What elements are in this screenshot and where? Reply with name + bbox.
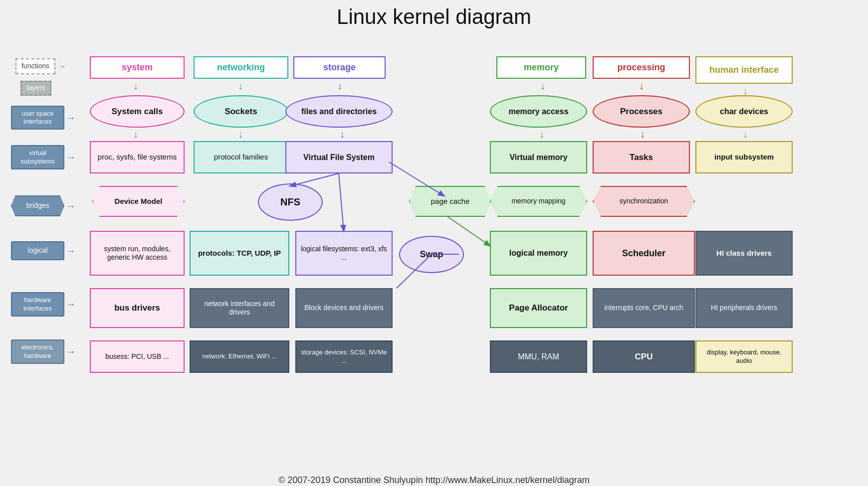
node-device-model: Device Model <box>92 186 185 217</box>
arrow-memory-down2: ↓ <box>537 129 547 140</box>
node-nfs: NFS <box>258 183 323 221</box>
svg-line-1 <box>339 173 344 231</box>
label-user-space: user space interfaces → <box>11 105 76 130</box>
node-tasks: Tasks <box>593 141 690 173</box>
node-hi-class-drivers: HI class drivers <box>695 231 793 276</box>
node-char-devices: char devices <box>695 95 793 128</box>
label-virtual-subsystems: virtual subsystems → <box>11 144 76 171</box>
node-virtual-fs: Virtual File System <box>285 141 393 173</box>
node-virtual-memory: Virtual memory <box>490 141 587 173</box>
node-cpu: CPU <box>593 340 695 373</box>
label-bridges: bridges → <box>11 193 76 218</box>
arrow-system-down: ↓ <box>131 80 141 92</box>
node-interrupts-core: interrupts core, CPU arch <box>593 288 695 328</box>
node-memory-access: memory access <box>490 95 587 128</box>
node-synchronization: synchronization <box>593 186 695 217</box>
copyright-text: © 2007-2019 Constantine Shulyupin http:/… <box>5 475 863 486</box>
cat-system: system <box>90 56 185 79</box>
node-input-subsystem: input subsystem <box>695 141 793 173</box>
cat-processing: processing <box>593 56 690 79</box>
node-memory-mapping: memory mapping <box>490 186 587 217</box>
arrow-processes-down: ↓ <box>638 129 648 140</box>
node-mmu-ram: MMU, RAM <box>490 340 587 373</box>
label-logical: logical → <box>11 238 76 263</box>
cat-storage: storage <box>293 56 386 79</box>
label-functions: functions → <box>11 57 71 75</box>
node-display-keyboard: display, keyboard, mouse, audio <box>695 340 793 373</box>
node-processes: Processes <box>593 95 690 128</box>
arrow-syscalls-down: ↓ <box>131 129 141 140</box>
node-network-ethernet: network: Ethernet, WiFi ... <box>190 340 289 373</box>
cat-memory: memory <box>496 56 586 79</box>
node-files-dirs: files and directories <box>285 95 393 128</box>
node-swap: Swap <box>399 236 464 273</box>
node-storage-devices: storage devices: SCSI, NVMe ... <box>295 340 393 373</box>
node-busess-pci: busess: PCI, USB ... <box>90 340 185 373</box>
node-sockets: Sockets <box>194 95 288 128</box>
node-system-run: system run, modules, generic HW access <box>90 231 185 276</box>
node-system-calls: System calls <box>90 95 185 128</box>
node-proc-sysfs: proc, sysfs, file systems <box>90 141 185 173</box>
label-electronics: electronics, hardware → <box>11 338 76 365</box>
node-protocols-tcp: protocols: TCP, UDP, IP <box>190 231 289 276</box>
arrow-networking-down: ↓ <box>235 80 245 92</box>
node-hi-peripherals: HI peripherals drivers <box>695 288 793 328</box>
page-title: Linux kernel diagram <box>5 5 863 29</box>
arrow-memory-down: ↓ <box>538 80 548 92</box>
label-layers: layers <box>11 80 61 96</box>
node-logical-memory: logical memory <box>490 231 587 276</box>
arrow-storage-down: ↓ <box>335 80 345 92</box>
cat-networking: networking <box>194 56 288 79</box>
node-block-devices: Block devices and drivers <box>295 288 393 328</box>
node-scheduler: Scheduler <box>593 231 695 276</box>
node-bus-drivers: bus drivers <box>90 288 185 328</box>
node-page-cache: page cache <box>409 186 491 217</box>
label-hardware-interfaces: hardware interfaces → <box>11 291 76 318</box>
node-page-allocator: Page Allocator <box>490 288 587 328</box>
node-protocol-families: protocol families <box>194 141 288 173</box>
arrow-processing-down: ↓ <box>637 80 647 92</box>
node-network-interfaces: network interfaces and drivers <box>190 288 289 328</box>
arrow-sockets-down: ↓ <box>235 129 245 140</box>
node-logical-fs: logical filesystems: ext3, xfs ... <box>295 231 393 276</box>
cat-human-interface: human interface <box>695 56 793 84</box>
arrow-char-down: ↓ <box>740 129 750 140</box>
arrow-vfs-down: ↓ <box>337 129 347 140</box>
diagram: functions → layers user space interfaces… <box>10 36 858 465</box>
